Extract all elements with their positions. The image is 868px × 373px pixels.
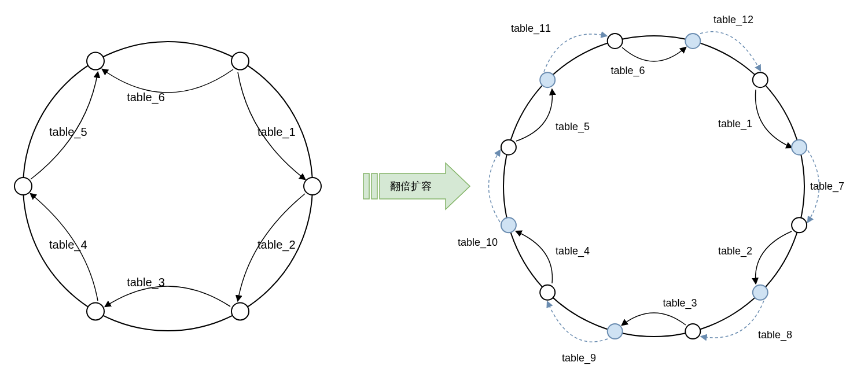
left-arc-table6	[102, 69, 233, 93]
right-node-b5	[501, 217, 516, 232]
right-node-b4	[608, 324, 623, 339]
right-label-table3: table_3	[663, 297, 697, 309]
right-node-w4	[685, 324, 700, 339]
right-node-w3	[792, 217, 807, 232]
svg-rect-0	[363, 173, 369, 199]
left-node-4	[87, 302, 104, 320]
right-node-b1	[685, 34, 700, 49]
right-arc-table9	[547, 302, 608, 342]
right-node-w1	[608, 34, 623, 49]
right-ring-group: table_6 table_1 table_2 table_3 table_4 …	[458, 14, 844, 364]
left-node-6	[87, 53, 104, 70]
right-label-table4: table_4	[556, 245, 590, 257]
right-node-b6	[540, 72, 555, 87]
svg-rect-1	[372, 173, 377, 199]
right-label-table5: table_5	[556, 121, 590, 133]
right-node-b2	[792, 140, 807, 155]
right-label-table12: table_12	[713, 14, 753, 26]
right-label-table6: table_6	[610, 65, 645, 77]
right-arc-table8	[701, 301, 764, 338]
left-ring-group: table_6 table_1 table_2 table_3 table_4 …	[14, 42, 321, 331]
right-arc-table10	[489, 150, 501, 222]
diagram-canvas: table_6 table_1 table_2 table_3 table_4 …	[0, 0, 868, 373]
right-arc-table11	[544, 34, 606, 72]
right-label-table11: table_11	[511, 23, 551, 35]
left-node-2	[304, 178, 321, 195]
right-arc-table6	[622, 47, 686, 61]
left-node-5	[14, 178, 32, 195]
right-arc-table1	[756, 90, 792, 147]
right-node-w6	[501, 140, 516, 155]
right-label-table8: table_8	[758, 329, 792, 341]
left-arc-table3	[105, 286, 230, 306]
left-node-1	[231, 53, 249, 70]
left-ring	[23, 42, 312, 331]
right-label-table9: table_9	[562, 352, 596, 364]
right-arc-table3	[622, 313, 686, 325]
right-node-w2	[753, 72, 768, 87]
left-label-table2: table_2	[258, 238, 296, 252]
expand-arrow-label: 翻倍扩容	[390, 180, 432, 192]
left-label-table1: table_1	[258, 125, 296, 139]
right-arc-table12	[700, 32, 760, 71]
left-node-3	[231, 302, 249, 320]
left-label-table6: table_6	[127, 91, 165, 104]
right-label-table10: table_10	[458, 237, 498, 249]
right-label-table2: table_2	[718, 245, 752, 257]
left-label-table3: table_3	[127, 276, 165, 289]
right-label-table1: table_1	[718, 118, 752, 130]
right-node-w5	[540, 285, 555, 300]
left-label-table4: table_4	[49, 238, 87, 252]
right-node-b3	[753, 285, 768, 300]
right-label-table7: table_7	[810, 180, 844, 193]
left-label-table5: table_5	[49, 125, 87, 139]
expand-arrow: 翻倍扩容	[363, 163, 470, 209]
